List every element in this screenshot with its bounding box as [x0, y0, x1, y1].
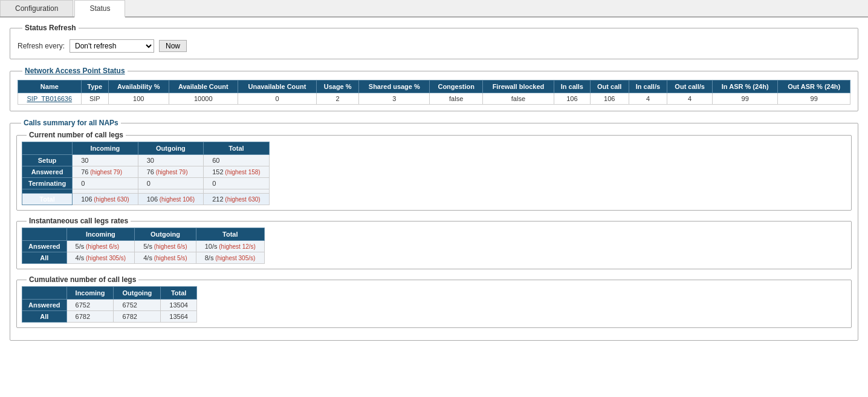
col-usage: Usage % [317, 80, 359, 93]
col-name: Name [18, 80, 82, 93]
cur-col-outgoing: Outgoing [138, 142, 204, 155]
col-congestion: Congestion [430, 80, 483, 93]
list-item: Answered76 (highest 79)76 (highest 79)15… [22, 166, 270, 178]
calls-summary-title: Calls summary for all NAPs [24, 119, 118, 127]
nap-status-title: Network Access Point Status [25, 67, 125, 75]
refresh-row: Refresh every: Don't refresh 5 seconds 1… [18, 39, 850, 53]
instantaneous-rates-group: Instantaneous call legs rates Incoming O… [16, 217, 852, 269]
cum-col-total: Total [161, 287, 197, 300]
col-firewall: Firewall blocked [483, 80, 554, 93]
col-out-call: Out call [590, 80, 629, 93]
cum-col-incoming: Incoming [66, 287, 114, 300]
nap-status-table: Name Type Availability % Available Count… [18, 80, 850, 105]
calls-summary-group: Calls summary for all NAPs Current numbe… [10, 119, 858, 341]
cur-col-total: Total [204, 142, 270, 155]
col-shared-usage: Shared usage % [359, 80, 430, 93]
main-content: Status Refresh Refresh every: Don't refr… [0, 18, 868, 347]
inst-col-incoming: Incoming [66, 228, 135, 241]
current-legs-group: Current number of call legs Incoming Out… [16, 131, 852, 211]
col-in-call-s: In call/s [629, 80, 667, 93]
list-item: Answered6752675213504 [22, 300, 197, 311]
nap-status-legend: Network Access Point Status [22, 67, 128, 75]
current-legs-table: Incoming Outgoing Total Setup303060Answe… [22, 142, 270, 205]
list-item: Answered5/s (highest 6/s)5/s (highest 6/… [22, 241, 265, 252]
list-item: Terminating000 [22, 178, 270, 189]
cum-col-outgoing: Outgoing [114, 287, 161, 300]
status-refresh-group: Status Refresh Refresh every: Don't refr… [10, 24, 858, 59]
col-availability: Availability % [108, 80, 169, 93]
current-legs-legend: Current number of call legs [27, 131, 126, 139]
inst-col-empty [22, 228, 67, 241]
tab-status[interactable]: Status [74, 0, 125, 18]
refresh-select[interactable]: Don't refresh 5 seconds 10 seconds 30 se… [70, 39, 154, 53]
cum-col-empty [22, 287, 67, 300]
cur-col-incoming: Incoming [73, 142, 138, 155]
list-item [22, 189, 270, 194]
col-available-count: Available Count [169, 80, 238, 93]
tab-configuration[interactable]: Configuration [0, 0, 73, 16]
cumulative-legs-table: Incoming Outgoing Total Answered67526752… [22, 286, 197, 323]
cumulative-legs-title: Cumulative number of call legs [29, 275, 136, 284]
cur-col-empty [22, 142, 73, 155]
inst-col-total: Total [196, 228, 264, 241]
col-in-calls: In calls [554, 80, 590, 93]
cumulative-legs-legend: Cumulative number of call legs [27, 275, 138, 284]
col-in-asr: In ASR % (24h) [712, 80, 777, 93]
list-item: All6782678213564 [22, 311, 197, 323]
col-out-asr: Out ASR % (24h) [778, 80, 850, 93]
current-legs-title: Current number of call legs [29, 131, 123, 139]
tabs-bar: Configuration Status [0, 0, 868, 18]
list-item: All4/s (highest 305/s)4/s (highest 5/s)8… [22, 252, 265, 264]
now-button[interactable]: Now [159, 40, 187, 52]
instantaneous-rates-title: Instantaneous call legs rates [29, 217, 128, 225]
cumulative-legs-group: Cumulative number of call legs Incoming … [16, 275, 852, 328]
table-row: SIP_TB016636SIP10010000023falsefalse1061… [18, 93, 850, 105]
col-unavailable-count: Unavailable Count [238, 80, 316, 93]
refresh-label: Refresh every: [18, 42, 65, 50]
instantaneous-rates-legend: Instantaneous call legs rates [27, 217, 131, 225]
col-out-call-s: Out call/s [667, 80, 713, 93]
inst-col-outgoing: Outgoing [135, 228, 196, 241]
nap-status-group: Network Access Point Status Name Type Av… [10, 67, 858, 111]
instantaneous-rates-table: Incoming Outgoing Total Answered5/s (hig… [22, 228, 265, 264]
calls-summary-legend: Calls summary for all NAPs [21, 119, 121, 127]
list-item: Setup303060 [22, 155, 270, 166]
status-refresh-legend: Status Refresh [22, 24, 79, 32]
col-type: Type [81, 80, 108, 93]
list-item: Total106 (highest 630)106 (highest 106)2… [22, 194, 270, 205]
